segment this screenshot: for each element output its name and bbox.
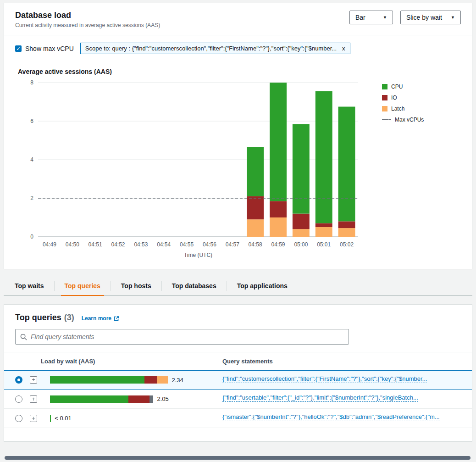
svg-text:Time (UTC): Time (UTC) xyxy=(184,252,212,258)
external-link-icon xyxy=(113,316,119,322)
svg-text:04:49: 04:49 xyxy=(43,241,56,248)
chart-type-dropdown[interactable]: Bar ▼ xyxy=(349,11,393,24)
header-divider xyxy=(4,35,472,35)
filter-row: ✓ Show max vCPU Scope to: query : {"find… xyxy=(15,43,461,54)
tab-top-applications[interactable]: Top applications xyxy=(233,276,291,296)
table-row[interactable]: + 2.05 {"find":"usertable","filter":{"_i… xyxy=(4,390,472,409)
svg-text:05:02: 05:02 xyxy=(340,241,354,248)
table-header: Load by wait (AAS) Query statements xyxy=(4,352,472,371)
svg-text:04:52: 04:52 xyxy=(111,241,125,248)
horizontal-scrollbar-thumb[interactable] xyxy=(5,456,470,460)
tab-top-waits[interactable]: Top waits xyxy=(11,276,48,296)
svg-text:4: 4 xyxy=(30,156,33,163)
query-statement-link[interactable]: {"find":"usertable","filter":{"_id":"?"}… xyxy=(222,394,418,402)
database-load-panel: Database load Current activity measured … xyxy=(4,3,472,269)
load-bar-segment-cpu xyxy=(50,415,51,422)
tab-separator xyxy=(161,281,162,291)
svg-text:05:00: 05:00 xyxy=(294,241,308,248)
load-bar-segment-other xyxy=(149,395,154,403)
expand-row-icon[interactable]: + xyxy=(30,415,37,422)
top-queries-title: Top queries xyxy=(15,313,61,323)
show-max-vcpu-checkbox[interactable]: ✓ Show max vCPU xyxy=(15,45,74,52)
chevron-down-icon: ▼ xyxy=(451,15,455,20)
page-title: Database load xyxy=(15,11,160,20)
search-icon xyxy=(20,334,27,340)
chart-legend: CPU IO Latch Max vCPUs xyxy=(382,76,451,123)
show-max-vcpu-label: Show max vCPU xyxy=(25,45,74,52)
svg-text:04:58: 04:58 xyxy=(249,241,262,248)
load-cell: 2.34 xyxy=(50,376,222,384)
learn-more-label: Learn more xyxy=(82,315,111,322)
scope-filter-text: Scope to: query : {"find":"customerscoll… xyxy=(85,45,337,52)
latch-swatch-icon xyxy=(382,106,387,111)
load-value: 2.05 xyxy=(157,395,168,402)
tab-separator xyxy=(54,281,55,291)
svg-text:04:51: 04:51 xyxy=(89,241,102,248)
load-bar-segment-latch xyxy=(157,376,168,384)
load-bar xyxy=(50,376,168,384)
load-cell: 2.05 xyxy=(50,395,222,403)
learn-more-link[interactable]: Learn more xyxy=(82,315,119,322)
radio-cell xyxy=(4,376,30,384)
svg-text:2: 2 xyxy=(30,195,33,201)
svg-text:8: 8 xyxy=(30,79,33,86)
tab-separator xyxy=(111,281,111,291)
svg-text:04:56: 04:56 xyxy=(203,241,216,248)
cpu-swatch-icon xyxy=(382,84,387,89)
chip-close-button[interactable]: x xyxy=(342,45,345,52)
row-select-radio[interactable] xyxy=(15,415,22,422)
tab-top-hosts[interactable]: Top hosts xyxy=(117,276,155,296)
load-bar-segment-cpu xyxy=(50,376,144,384)
panel-header: Database load Current activity measured … xyxy=(15,11,461,28)
expand-row-icon[interactable]: + xyxy=(30,376,37,384)
header-controls: Bar ▼ Slice by wait ▼ xyxy=(349,11,461,24)
page-subtitle: Current activity measured in average act… xyxy=(15,22,160,28)
column-query-statements: Query statements xyxy=(222,358,472,365)
row-select-radio[interactable] xyxy=(15,395,22,403)
column-load-by-wait: Load by wait (AAS) xyxy=(41,358,222,365)
svg-text:6: 6 xyxy=(30,118,33,124)
legend-item-cpu: CPU xyxy=(382,83,451,90)
svg-text:04:55: 04:55 xyxy=(180,241,194,248)
table-row[interactable]: + < 0.01 {"ismaster":{"$numberInt":"?"},… xyxy=(4,409,472,428)
legend-item-latch: Latch xyxy=(382,106,451,112)
chart-area: 0246804:4904:5004:5104:5204:5304:5404:55… xyxy=(15,76,461,260)
expand-row-icon[interactable]: + xyxy=(30,395,37,403)
top-queries-panel: Top queries (3) Learn more Load by wait … xyxy=(4,304,472,442)
query-search-box xyxy=(15,329,349,345)
svg-text:05:01: 05:01 xyxy=(317,241,331,248)
table-row[interactable]: + 2.34 {"find":"customerscollection","fi… xyxy=(4,370,472,390)
expand-cell: + xyxy=(30,415,50,422)
chart-title: Average active sessions (AAS) xyxy=(18,68,461,75)
query-cell: {"find":"usertable","filter":{"_id":"?"}… xyxy=(222,394,472,404)
chevron-down-icon: ▼ xyxy=(383,15,387,20)
slice-by-dropdown[interactable]: Slice by wait ▼ xyxy=(400,11,461,24)
tab-separator xyxy=(227,281,227,291)
query-statement-link[interactable]: {"ismaster":{"$numberInt":"?"},"helloOk"… xyxy=(222,413,440,421)
io-swatch-icon xyxy=(382,95,387,100)
svg-text:04:53: 04:53 xyxy=(134,241,148,248)
panel-header-text: Database load Current activity measured … xyxy=(15,11,160,28)
scope-filter-chip: Scope to: query : {"find":"customerscoll… xyxy=(80,43,350,54)
tab-top-queries[interactable]: Top queries xyxy=(61,276,104,296)
load-bar xyxy=(50,395,153,403)
query-cell: {"find":"customerscollection","filter":{… xyxy=(222,375,472,385)
aas-stacked-bar-chart: 0246804:4904:5004:5104:5204:5304:5404:55… xyxy=(15,76,382,260)
checkbox-check-icon: ✓ xyxy=(15,45,22,52)
svg-text:0: 0 xyxy=(30,234,33,240)
tab-top-databases[interactable]: Top databases xyxy=(168,276,220,296)
radio-cell xyxy=(4,415,30,422)
chart-type-value: Bar xyxy=(355,14,365,21)
load-value: < 0.01 xyxy=(55,415,72,422)
query-statement-link[interactable]: {"find":"customerscollection","filter":{… xyxy=(222,375,427,383)
svg-text:04:54: 04:54 xyxy=(157,241,171,248)
row-select-radio[interactable] xyxy=(15,376,22,384)
search-input[interactable] xyxy=(31,333,344,340)
svg-text:04:50: 04:50 xyxy=(66,241,79,248)
top-queries-header: Top queries (3) Learn more xyxy=(4,313,472,323)
svg-text:04:59: 04:59 xyxy=(271,241,285,248)
radio-cell xyxy=(4,395,30,403)
legend-item-io: IO xyxy=(382,95,451,101)
legend-item-max-vcpus: Max vCPUs xyxy=(382,117,451,123)
tab-bar: Top waits Top queries Top hosts Top data… xyxy=(4,276,472,296)
